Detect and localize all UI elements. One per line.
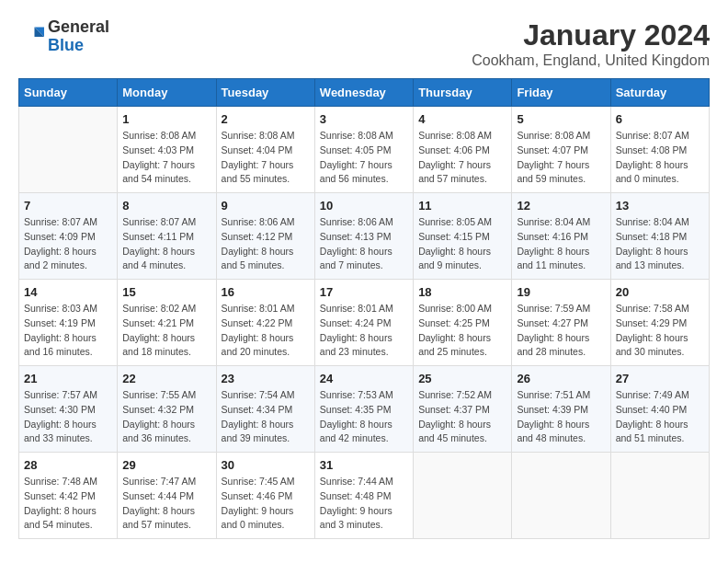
day-number: 10 bbox=[320, 199, 408, 213]
weekday-header-thursday: Thursday bbox=[414, 79, 512, 107]
day-info: Sunrise: 8:06 AMSunset: 4:12 PMDaylight:… bbox=[222, 215, 310, 273]
day-number: 28 bbox=[24, 458, 112, 472]
day-info: Sunrise: 8:08 AMSunset: 4:05 PMDaylight:… bbox=[320, 129, 408, 187]
day-info: Sunrise: 8:02 AMSunset: 4:21 PMDaylight:… bbox=[122, 302, 210, 360]
day-number: 27 bbox=[616, 372, 704, 385]
calendar-cell: 11Sunrise: 8:05 AMSunset: 4:15 PMDayligh… bbox=[414, 193, 512, 280]
day-info: Sunrise: 7:48 AMSunset: 4:42 PMDaylight:… bbox=[24, 475, 112, 533]
calendar-cell: 24Sunrise: 7:53 AMSunset: 4:35 PMDayligh… bbox=[314, 366, 413, 453]
day-info: Sunrise: 8:01 AMSunset: 4:22 PMDaylight:… bbox=[222, 302, 310, 360]
day-number: 31 bbox=[320, 458, 408, 472]
calendar-cell bbox=[19, 107, 118, 193]
day-info: Sunrise: 7:58 AMSunset: 4:29 PMDaylight:… bbox=[616, 302, 704, 360]
day-info: Sunrise: 7:59 AMSunset: 4:27 PMDaylight:… bbox=[517, 302, 605, 360]
day-info: Sunrise: 8:04 AMSunset: 4:18 PMDaylight:… bbox=[616, 215, 704, 273]
calendar-cell: 2Sunrise: 8:08 AMSunset: 4:04 PMDaylight… bbox=[216, 107, 314, 193]
day-number: 26 bbox=[517, 372, 605, 385]
day-info: Sunrise: 8:07 AMSunset: 4:08 PMDaylight:… bbox=[616, 129, 704, 187]
day-info: Sunrise: 8:03 AMSunset: 4:19 PMDaylight:… bbox=[24, 302, 112, 360]
logo-blue-text: Blue bbox=[48, 36, 84, 54]
day-number: 17 bbox=[320, 285, 408, 299]
day-info: Sunrise: 7:51 AMSunset: 4:39 PMDaylight:… bbox=[517, 388, 605, 446]
day-number: 30 bbox=[222, 458, 310, 472]
calendar-week-row: 7Sunrise: 8:07 AMSunset: 4:09 PMDaylight… bbox=[19, 193, 710, 280]
day-info: Sunrise: 7:52 AMSunset: 4:37 PMDaylight:… bbox=[418, 388, 506, 446]
logo-icon bbox=[18, 24, 44, 50]
calendar-cell: 16Sunrise: 8:01 AMSunset: 4:22 PMDayligh… bbox=[216, 280, 314, 366]
calendar-cell: 17Sunrise: 8:01 AMSunset: 4:24 PMDayligh… bbox=[314, 280, 413, 366]
day-number: 2 bbox=[222, 112, 310, 126]
page-subtitle: Cookham, England, United Kingdom bbox=[472, 52, 710, 69]
calendar-cell bbox=[610, 453, 709, 539]
calendar-cell: 18Sunrise: 8:00 AMSunset: 4:25 PMDayligh… bbox=[414, 280, 512, 366]
day-number: 4 bbox=[418, 112, 506, 126]
day-number: 21 bbox=[24, 372, 112, 385]
weekday-header-sunday: Sunday bbox=[19, 79, 118, 107]
day-number: 29 bbox=[122, 458, 210, 472]
calendar-cell: 8Sunrise: 8:07 AMSunset: 4:11 PMDaylight… bbox=[118, 193, 216, 280]
calendar-cell: 10Sunrise: 8:06 AMSunset: 4:13 PMDayligh… bbox=[314, 193, 413, 280]
calendar-week-row: 14Sunrise: 8:03 AMSunset: 4:19 PMDayligh… bbox=[19, 280, 710, 366]
day-info: Sunrise: 7:57 AMSunset: 4:30 PMDaylight:… bbox=[24, 388, 112, 446]
day-info: Sunrise: 8:08 AMSunset: 4:07 PMDaylight:… bbox=[517, 129, 605, 187]
calendar-cell: 19Sunrise: 7:59 AMSunset: 4:27 PMDayligh… bbox=[512, 280, 610, 366]
day-number: 11 bbox=[418, 199, 506, 213]
day-number: 9 bbox=[222, 199, 310, 213]
day-info: Sunrise: 7:49 AMSunset: 4:40 PMDaylight:… bbox=[616, 388, 704, 446]
calendar-week-row: 28Sunrise: 7:48 AMSunset: 4:42 PMDayligh… bbox=[19, 453, 710, 539]
day-number: 5 bbox=[517, 112, 605, 126]
calendar-cell: 3Sunrise: 8:08 AMSunset: 4:05 PMDaylight… bbox=[314, 107, 413, 193]
logo-general-text: General bbox=[48, 17, 109, 36]
calendar-cell: 23Sunrise: 7:54 AMSunset: 4:34 PMDayligh… bbox=[216, 366, 314, 453]
day-number: 3 bbox=[320, 112, 408, 126]
day-info: Sunrise: 8:04 AMSunset: 4:16 PMDaylight:… bbox=[517, 215, 605, 273]
day-number: 8 bbox=[122, 199, 210, 213]
calendar-cell: 29Sunrise: 7:47 AMSunset: 4:44 PMDayligh… bbox=[118, 453, 216, 539]
calendar-cell: 22Sunrise: 7:55 AMSunset: 4:32 PMDayligh… bbox=[118, 366, 216, 453]
calendar-cell bbox=[414, 453, 512, 539]
day-info: Sunrise: 7:53 AMSunset: 4:35 PMDaylight:… bbox=[320, 388, 408, 446]
day-info: Sunrise: 8:06 AMSunset: 4:13 PMDaylight:… bbox=[320, 215, 408, 273]
weekday-header-friday: Friday bbox=[512, 79, 610, 107]
title-area: January 2024 Cookham, England, United Ki… bbox=[472, 18, 710, 69]
day-info: Sunrise: 7:54 AMSunset: 4:34 PMDaylight:… bbox=[222, 388, 310, 446]
day-number: 16 bbox=[222, 285, 310, 299]
day-info: Sunrise: 8:07 AMSunset: 4:09 PMDaylight:… bbox=[24, 215, 112, 273]
day-info: Sunrise: 8:08 AMSunset: 4:03 PMDaylight:… bbox=[122, 129, 210, 187]
day-info: Sunrise: 8:05 AMSunset: 4:15 PMDaylight:… bbox=[418, 215, 506, 273]
calendar-cell: 13Sunrise: 8:04 AMSunset: 4:18 PMDayligh… bbox=[610, 193, 709, 280]
day-number: 7 bbox=[24, 199, 112, 213]
weekday-header-wednesday: Wednesday bbox=[314, 79, 413, 107]
day-info: Sunrise: 7:44 AMSunset: 4:48 PMDaylight:… bbox=[320, 475, 408, 533]
day-number: 1 bbox=[122, 112, 210, 126]
calendar-cell: 6Sunrise: 8:07 AMSunset: 4:08 PMDaylight… bbox=[610, 107, 709, 193]
day-number: 24 bbox=[320, 372, 408, 385]
calendar-cell: 1Sunrise: 8:08 AMSunset: 4:03 PMDaylight… bbox=[118, 107, 216, 193]
calendar-cell: 31Sunrise: 7:44 AMSunset: 4:48 PMDayligh… bbox=[314, 453, 413, 539]
day-info: Sunrise: 8:00 AMSunset: 4:25 PMDaylight:… bbox=[418, 302, 506, 360]
calendar-cell: 27Sunrise: 7:49 AMSunset: 4:40 PMDayligh… bbox=[610, 366, 709, 453]
day-info: Sunrise: 8:08 AMSunset: 4:04 PMDaylight:… bbox=[222, 129, 310, 187]
calendar-cell: 30Sunrise: 7:45 AMSunset: 4:46 PMDayligh… bbox=[216, 453, 314, 539]
page-title: January 2024 bbox=[472, 18, 710, 52]
day-number: 12 bbox=[517, 199, 605, 213]
day-info: Sunrise: 8:08 AMSunset: 4:06 PMDaylight:… bbox=[418, 129, 506, 187]
day-number: 15 bbox=[122, 285, 210, 299]
day-number: 14 bbox=[24, 285, 112, 299]
day-number: 18 bbox=[418, 285, 506, 299]
calendar-week-row: 21Sunrise: 7:57 AMSunset: 4:30 PMDayligh… bbox=[19, 366, 710, 453]
calendar-cell bbox=[512, 453, 610, 539]
calendar-cell: 5Sunrise: 8:08 AMSunset: 4:07 PMDaylight… bbox=[512, 107, 610, 193]
day-number: 13 bbox=[616, 199, 704, 213]
calendar-cell: 4Sunrise: 8:08 AMSunset: 4:06 PMDaylight… bbox=[414, 107, 512, 193]
weekday-header-tuesday: Tuesday bbox=[216, 79, 314, 107]
calendar-cell: 21Sunrise: 7:57 AMSunset: 4:30 PMDayligh… bbox=[19, 366, 118, 453]
calendar-cell: 12Sunrise: 8:04 AMSunset: 4:16 PMDayligh… bbox=[512, 193, 610, 280]
day-number: 6 bbox=[616, 112, 704, 126]
weekday-header-row: SundayMondayTuesdayWednesdayThursdayFrid… bbox=[19, 79, 710, 107]
day-info: Sunrise: 7:47 AMSunset: 4:44 PMDaylight:… bbox=[122, 475, 210, 533]
calendar-cell: 25Sunrise: 7:52 AMSunset: 4:37 PMDayligh… bbox=[414, 366, 512, 453]
day-number: 20 bbox=[616, 285, 704, 299]
calendar-cell: 14Sunrise: 8:03 AMSunset: 4:19 PMDayligh… bbox=[19, 280, 118, 366]
header: General Blue January 2024 Cookham, Engla… bbox=[18, 18, 710, 69]
